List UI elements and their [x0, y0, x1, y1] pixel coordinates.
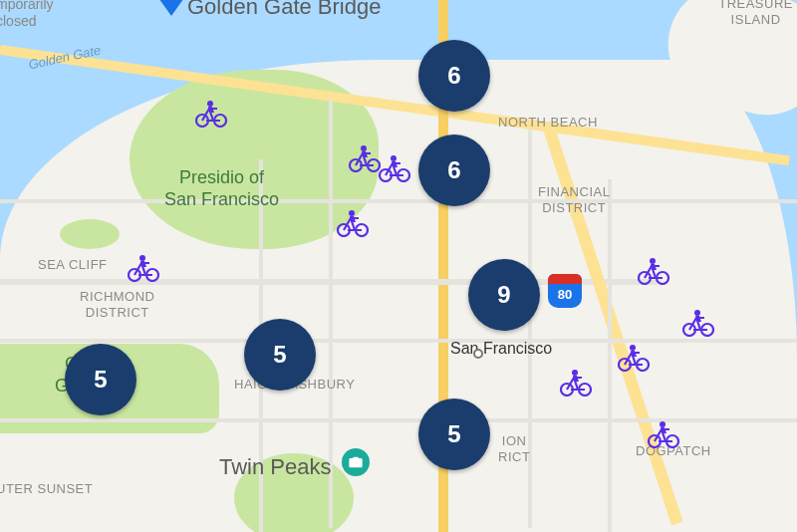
bike-marker-icon[interactable] — [337, 209, 369, 237]
cluster-count: 5 — [273, 341, 286, 369]
bike-marker-icon[interactable] — [638, 257, 669, 285]
cluster-count: 5 — [94, 366, 107, 394]
cluster-count: 6 — [447, 62, 460, 90]
label-closed-notice: mporarily closed — [0, 0, 54, 30]
label-financial-district: FINANCIAL DISTRICT — [538, 184, 610, 215]
bike-marker-icon[interactable] — [648, 420, 679, 448]
label-presidio[interactable]: Presidio of San Francisco — [164, 167, 279, 210]
cluster-marker[interactable]: 6 — [418, 134, 490, 206]
camera-poi-icon[interactable] — [342, 448, 370, 476]
label-twin-peaks[interactable]: Twin Peaks — [219, 454, 332, 480]
bike-marker-icon[interactable] — [128, 254, 159, 282]
bike-marker-icon[interactable] — [379, 154, 410, 182]
label-treasure-island: TREASURE ISLAND — [718, 0, 793, 27]
road-grid — [528, 130, 532, 528]
road-grid — [608, 179, 612, 532]
interstate-number: 80 — [558, 287, 572, 302]
road-grid — [0, 199, 797, 203]
city-marker-icon — [473, 349, 483, 359]
label-outer-sunset: UTER SUNSET — [0, 481, 93, 497]
cluster-marker[interactable]: 5 — [418, 399, 490, 470]
bike-marker-icon[interactable] — [682, 309, 714, 337]
cluster-marker[interactable]: 5 — [244, 319, 316, 391]
bike-marker-icon[interactable] — [618, 344, 650, 372]
cluster-count: 5 — [447, 420, 460, 448]
cluster-marker[interactable]: 5 — [65, 344, 136, 415]
cluster-marker[interactable]: 9 — [468, 259, 540, 331]
bike-marker-icon[interactable] — [560, 369, 592, 397]
label-golden-gate-bridge[interactable]: Golden Gate Bridge — [187, 0, 381, 20]
label-sea-cliff: SEA CLIFF — [38, 257, 108, 273]
cluster-marker[interactable]: 6 — [418, 40, 490, 112]
road-grid — [0, 339, 797, 343]
interstate-shield-icon: 80 — [548, 274, 582, 308]
label-richmond-district: RICHMOND DISTRICT — [80, 289, 155, 320]
bike-marker-icon[interactable] — [349, 144, 381, 172]
cluster-count: 6 — [447, 156, 460, 184]
label-union-district: ION RICT — [498, 433, 530, 464]
cluster-count: 9 — [497, 281, 510, 309]
bridge-poi-icon[interactable] — [159, 0, 183, 16]
bike-marker-icon[interactable] — [195, 100, 227, 128]
label-golden-gate-water: Golden Gate — [27, 43, 102, 74]
map-viewport[interactable]: mporarily closed Golden Gate Bridge Gold… — [0, 0, 797, 532]
label-san-francisco[interactable]: San Francisco — [450, 339, 552, 358]
label-north-beach: NORTH BEACH — [498, 115, 598, 131]
park-small — [60, 219, 120, 249]
